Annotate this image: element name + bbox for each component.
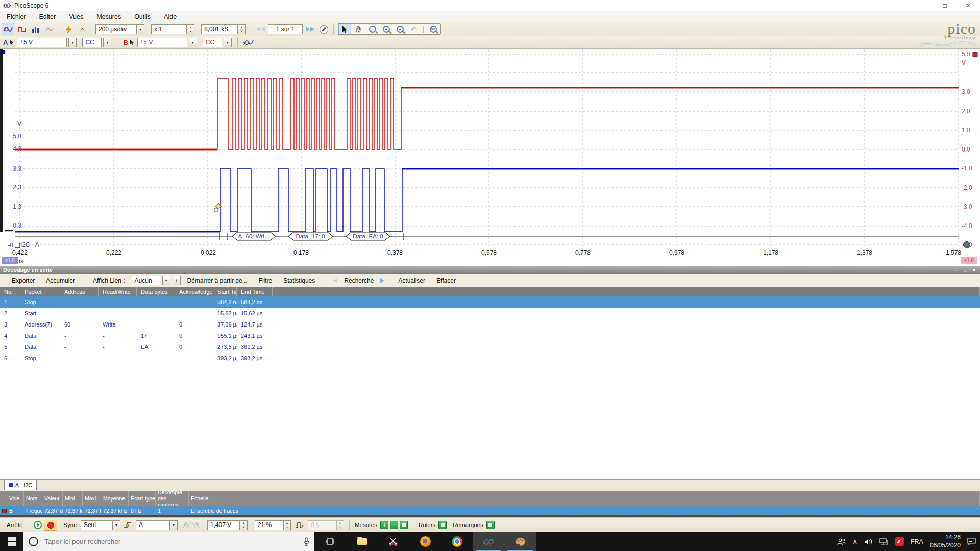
trigger-mode-select[interactable]: Seul [81,520,112,530]
speaker-icon[interactable] [864,538,873,545]
pretrigger-percent-value[interactable]: 21 % [255,520,283,530]
col-header-endtime[interactable]: End Time [237,287,273,296]
search-next-icon[interactable] [380,278,384,283]
trigger-source-dropdown[interactable]: ▾ [169,520,178,530]
spin-down-icon[interactable]: ▾ [187,29,194,34]
zoom-full-tool[interactable]: 100 [427,24,439,34]
maximize-button[interactable]: □ [933,0,957,11]
scope-view-button[interactable] [2,23,14,35]
zoom-multiplier-control[interactable]: x 1 ▴ ▾ [151,24,194,34]
channel-b-label[interactable]: B [123,39,128,46]
export-button[interactable]: Exporter [7,277,39,284]
menu-fichier[interactable]: Fichier [0,13,33,20]
i2c-trace-checkbox[interactable] [15,243,20,248]
ruler-handle-square[interactable] [214,208,218,212]
spin-down-icon[interactable]: ▾ [284,525,290,530]
add-measure-button[interactable]: + [380,521,388,529]
col-header-ecart-type[interactable]: Écart-type [129,491,156,506]
search-button[interactable]: Recherche [339,277,378,284]
spectrum-view-button[interactable] [29,23,42,35]
buffer-position[interactable]: 1 sur 1 [268,24,303,34]
trigger-mode-dropdown[interactable]: ▾ [112,520,120,530]
taskbar-search[interactable] [23,532,314,551]
table-row[interactable]: 2 Start - - - - 15,62 µs 15,62 µs [0,308,980,319]
pretrigger-percent-control[interactable]: 21 % ▴ ▾ [255,520,291,530]
buffer-prev-button[interactable] [256,27,265,32]
col-header-voie[interactable]: Voie [0,491,24,506]
decode-panel-titlebar[interactable]: Décodage en série – □ × [0,266,980,274]
channel-a-coupling-dropdown[interactable]: ▾ [103,38,111,47]
trigger-marker-icon[interactable] [124,521,132,529]
channel-a-range-dropdown[interactable]: ▾ [68,38,77,47]
chrome-button[interactable] [441,532,473,551]
microphone-icon[interactable] [303,537,309,546]
rulers-button[interactable] [438,521,447,529]
trigger-level-value[interactable]: 1,407 V [207,520,240,530]
col-header-starttime[interactable]: Start Time [213,287,237,296]
spin-down-icon[interactable]: ▾ [238,29,245,34]
start-capture-button[interactable] [34,521,42,529]
timebase-control[interactable]: 200 µs/div ▾ [95,24,144,34]
square-wave-view-button[interactable] [15,23,28,35]
trigger-level-spinner[interactable]: ▴ ▾ [240,520,248,530]
spin-up-icon[interactable]: ▴ [187,25,194,30]
buffer-next-button[interactable] [306,27,314,32]
decode-restore-button[interactable]: □ [962,267,969,273]
home-button[interactable]: ⌂ [76,23,89,35]
table-row[interactable]: 4 Data - - 17 0 155,1 µs 243,1 µs [0,330,980,341]
zoom-in-tool[interactable]: + [380,24,393,34]
marquee-zoom-tool[interactable] [366,24,379,34]
trigger-source-select[interactable]: A [136,520,169,530]
refresh-button[interactable]: Actualiser [394,277,430,284]
pretrigger-percent-spinner[interactable]: ▴ ▾ [283,520,291,530]
scope-graph[interactable]: A- 60: Wri... Data- 17: 0 Data- EA: 0 V … [0,49,980,266]
waveform-tool-icon[interactable] [243,39,254,46]
col-header-address[interactable]: Address [60,287,99,296]
zoom-out-tool[interactable]: − [394,24,406,34]
table-row[interactable]: 1 Stop - - - - 584,2 ns 584,2 ns [0,296,980,308]
table-row[interactable]: 3 Address(7) 60 Write - 0 37,06 µs 124,7… [0,319,980,330]
channel-b-range[interactable]: ±5 V [137,38,187,47]
people-icon[interactable] [837,538,846,545]
zoom-multiplier-value[interactable]: x 1 [151,24,187,34]
col-header-databytes[interactable]: Data bytes [137,287,175,296]
spin-up-icon[interactable]: ▴ [284,521,290,525]
hand-tool[interactable] [352,24,365,34]
buffer-navigator-button[interactable] [317,23,330,35]
timebase-dropdown[interactable]: ▾ [136,24,144,34]
menu-editer[interactable]: Editer [33,13,63,20]
paint-button[interactable] [504,532,536,551]
snipping-tool-button[interactable] [378,532,409,551]
menu-outils[interactable]: Outils [128,13,157,20]
table-row[interactable]: 5 Data - - EA 0 273,5 µs 361,2 µs [0,341,980,353]
col-header-acknowledge[interactable]: Acknowledge [175,287,213,296]
firefox-button[interactable] [409,532,441,551]
trigger-level-control[interactable]: 1,407 V ▴ ▾ [207,520,248,530]
samples-value[interactable]: 8,001 kS [201,24,238,34]
col-header-mini[interactable]: Mini. [63,491,83,506]
timebase-value[interactable]: 200 µs/div [95,24,136,34]
menu-aide[interactable]: Aide [157,13,183,20]
probe-wizard-button[interactable] [62,23,75,35]
filter-button[interactable]: Filtre [254,277,277,284]
remove-measure-button[interactable]: − [390,521,398,529]
col-header-maxi[interactable]: Maxi. [83,491,101,506]
start-button[interactable] [0,532,23,551]
decode-close-button[interactable]: × [970,267,978,273]
channel-b-coupling[interactable]: CC [203,38,222,47]
decode-minimize-button[interactable]: – [953,267,961,273]
link-dropdown[interactable]: ▾ [162,276,170,285]
channel-a-coupling[interactable]: CC [82,38,102,47]
menu-vues[interactable]: Vues [62,13,90,20]
col-header-readwrite[interactable]: Read/Write [99,287,137,296]
falling-edge-icon[interactable] [191,521,200,529]
col-header-decompte[interactable]: Décompte des captures [156,491,189,506]
channel-b-coupling-dropdown[interactable]: ▾ [224,38,232,47]
notes-button[interactable] [486,521,495,529]
spin-up-icon[interactable]: ▴ [238,25,245,30]
normal-selection-tool[interactable] [338,24,351,34]
tray-expand-chevron-icon[interactable]: ∧ [852,538,857,545]
menu-mesures[interactable]: Mesures [90,13,128,20]
samples-spinner[interactable]: ▴ ▾ [238,24,246,34]
picoscope-taskbar-button[interactable] [473,532,504,551]
